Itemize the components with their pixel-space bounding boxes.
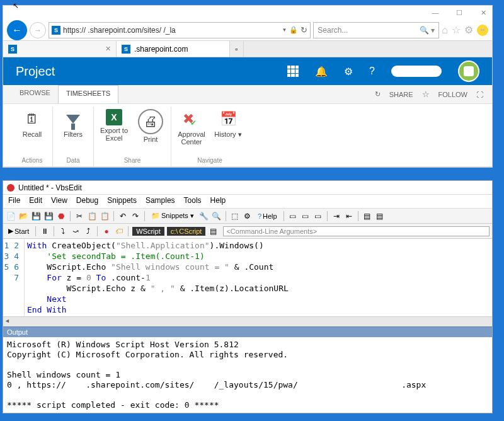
filters-button[interactable]: Filters: [58, 107, 88, 156]
uncomment-icon[interactable]: ▤: [375, 211, 385, 221]
output-panel-body: Microsoft (R) Windows Script Host Versio…: [3, 337, 492, 413]
sync-icon[interactable]: ↻: [375, 90, 381, 98]
menu-view[interactable]: View: [51, 196, 67, 207]
recall-button[interactable]: 🗓 Recall: [17, 107, 47, 156]
wscript-button[interactable]: WScript: [132, 227, 164, 236]
layout-icon-1[interactable]: ▭: [288, 211, 298, 221]
print-button[interactable]: 🖨 Print: [135, 107, 166, 156]
new-file-icon[interactable]: 📄: [6, 211, 16, 221]
notifications-icon[interactable]: 🔔: [315, 66, 328, 78]
export-label: Export to Excel: [99, 127, 129, 142]
settings-icon[interactable]: ⚙: [344, 66, 353, 78]
redo-icon[interactable]: ↷: [130, 211, 140, 221]
export-excel-button[interactable]: X Export to Excel: [99, 107, 129, 156]
window-minimize-button[interactable]: —: [429, 6, 442, 19]
ribbon-tab-browse[interactable]: BROWSE: [12, 85, 58, 103]
help-button[interactable]: ? Help: [255, 212, 280, 221]
browser-titlebar: — ☐ ✕: [3, 6, 492, 20]
browser-tab-1[interactable]: S .sharepoint.com: [117, 41, 230, 57]
command-line-args-input[interactable]: <Command-Line Arguments>: [223, 226, 490, 236]
search-icon[interactable]: 🔍 ▾: [420, 26, 435, 35]
ribbon-body: 🗓 Recall Actions Filters Data X Export t…: [3, 104, 492, 167]
follow-button[interactable]: FOLLOW: [438, 91, 467, 98]
step-into-icon[interactable]: ⤵: [58, 226, 68, 236]
home-icon[interactable]: ⌂: [442, 25, 448, 36]
tool-icon-2[interactable]: 🔍: [212, 211, 222, 221]
approval-center-button[interactable]: ✖✔ Approval Center: [176, 107, 207, 156]
step-over-icon[interactable]: ⤻: [71, 226, 81, 236]
history-button[interactable]: 📅 History ▾: [213, 107, 243, 156]
menu-tools[interactable]: Tools: [184, 196, 202, 207]
calendar-icon: 🗓: [22, 109, 42, 129]
feedback-icon[interactable]: ••: [477, 25, 488, 36]
code-content[interactable]: With CreateObject("Shell.Application").W…: [25, 239, 492, 316]
menu-help[interactable]: Help: [210, 196, 226, 207]
menu-edit[interactable]: Edit: [29, 196, 42, 207]
tool-icon-3[interactable]: ⬚: [230, 211, 240, 221]
vbsedit-toolbar-1: 📄 📂 💾 💾 ⬣ ✂ 📋 📋 ↶ ↷ 📁 Snippets ▾ 🔧 🔍 ⬚ ⚙…: [3, 209, 492, 224]
page-title: Project: [16, 64, 287, 79]
user-avatar[interactable]: [458, 61, 479, 82]
browser-navbar: ← → S https:// .sharepoint.com/sites/ /_…: [3, 20, 492, 41]
copy-icon[interactable]: 📋: [87, 211, 97, 221]
script-settings-icon[interactable]: ▤: [208, 226, 218, 236]
sharepoint-header: Project 🔔 ⚙ ?: [3, 57, 492, 85]
outdent-icon[interactable]: ⇤: [344, 211, 354, 221]
code-editor[interactable]: 1 2 3 4 5 6 7 With CreateObject("Shell.A…: [3, 239, 492, 316]
vbsedit-toolbar-2: ▶ Start ⏸ ⤵ ⤻ ⤴ ● 🏷 WScript c:\ CScript …: [3, 224, 492, 239]
focus-mode-icon[interactable]: ⛶: [476, 91, 483, 98]
save-icon[interactable]: 💾: [31, 211, 41, 221]
browser-search-input[interactable]: Search... 🔍 ▾: [313, 22, 439, 38]
ribbon-tab-timesheets[interactable]: TIMESHEETS: [58, 85, 118, 103]
comment-icon[interactable]: ▤: [362, 211, 372, 221]
indent-icon[interactable]: ⇥: [331, 211, 341, 221]
start-button[interactable]: ▶ Start: [6, 226, 32, 236]
forward-button[interactable]: →: [30, 22, 46, 38]
browser-tabstrip: S ✕ S .sharepoint.com ▫: [3, 41, 492, 57]
address-bar[interactable]: S https:// .sharepoint.com/sites/ /_la ▼…: [49, 22, 311, 38]
menu-file[interactable]: File: [8, 196, 20, 207]
refresh-icon[interactable]: ↻: [301, 25, 307, 35]
undo-icon[interactable]: ↶: [118, 211, 128, 221]
window-maximize-button[interactable]: ☐: [453, 6, 466, 19]
menu-snippets[interactable]: Snippets: [107, 196, 137, 207]
follow-star-icon[interactable]: ☆: [422, 89, 430, 99]
cscript-button[interactable]: c:\ CScript: [167, 227, 206, 236]
user-name[interactable]: [391, 66, 442, 77]
open-file-icon[interactable]: 📂: [18, 211, 28, 221]
browser-extras: ⌂ ☆ ⚙ ••: [442, 24, 488, 36]
output-panel-header[interactable]: Output: [3, 326, 492, 337]
window-close-button[interactable]: ✕: [477, 6, 490, 19]
breakpoint-icon[interactable]: ●: [101, 226, 112, 236]
favorites-icon[interactable]: ☆: [452, 24, 461, 36]
layout-icon-3[interactable]: ▭: [313, 211, 323, 221]
share-button[interactable]: SHARE: [389, 91, 413, 98]
tool-icon-1[interactable]: 🔧: [199, 211, 209, 221]
back-button[interactable]: ←: [7, 20, 27, 40]
tool-icon-4[interactable]: ⚙: [243, 211, 253, 221]
menu-debug[interactable]: Debug: [76, 196, 98, 207]
approval-icon: ✖✔: [181, 109, 202, 129]
ribbon-actions: ↻ SHARE ☆ FOLLOW ⛶: [375, 85, 483, 103]
cut-icon[interactable]: ✂: [74, 211, 84, 221]
paste-icon[interactable]: 📋: [100, 211, 110, 221]
ribbon-tabs: BROWSE TIMESHEETS ↻ SHARE ☆ FOLLOW ⛶: [3, 85, 492, 104]
printer-icon: 🖨: [138, 109, 163, 134]
menu-samples[interactable]: Samples: [146, 196, 175, 207]
layout-icon-2[interactable]: ▭: [301, 211, 311, 221]
app-launcher-icon[interactable]: [287, 66, 299, 77]
url-dropdown-icon[interactable]: ▼: [282, 27, 287, 33]
browser-tab-0[interactable]: S ✕: [3, 41, 117, 57]
stop-icon[interactable]: ⬣: [56, 211, 66, 221]
settings-gear-icon[interactable]: ⚙: [464, 24, 473, 36]
bookmark-icon[interactable]: 🏷: [114, 226, 124, 236]
save-all-icon[interactable]: 💾: [43, 211, 54, 221]
snippets-dropdown[interactable]: 📁 Snippets ▾: [149, 211, 197, 221]
step-out-icon[interactable]: ⤴: [83, 226, 93, 236]
tab-close-icon[interactable]: ✕: [105, 45, 111, 53]
tab-label: .sharepoint.com: [134, 45, 188, 54]
pause-icon[interactable]: ⏸: [40, 226, 50, 236]
new-tab-button[interactable]: ▫: [230, 41, 244, 57]
help-icon[interactable]: ?: [369, 66, 375, 77]
horizontal-scrollbar[interactable]: [3, 316, 492, 326]
